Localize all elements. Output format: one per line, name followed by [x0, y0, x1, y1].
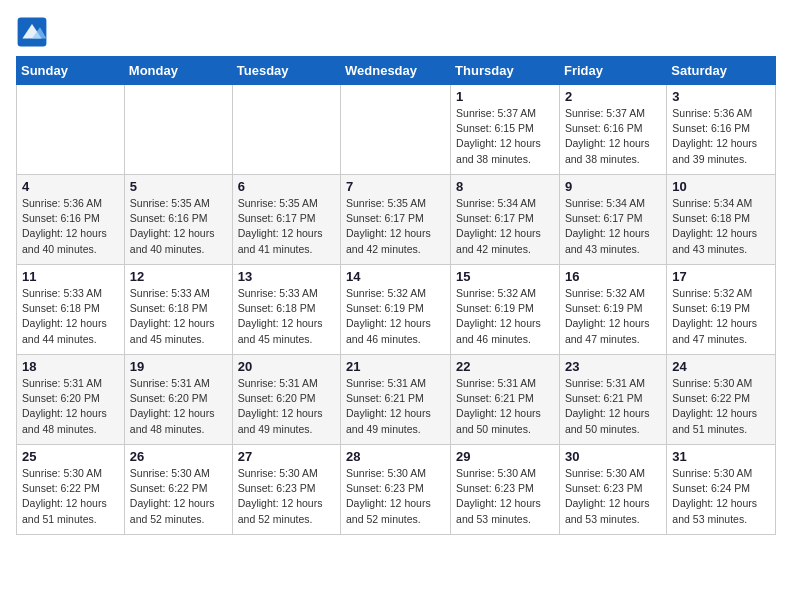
day-cell	[124, 85, 232, 175]
day-number: 25	[22, 449, 119, 464]
day-info: Sunrise: 5:35 AM Sunset: 6:17 PM Dayligh…	[346, 196, 445, 257]
day-cell: 4Sunrise: 5:36 AM Sunset: 6:16 PM Daylig…	[17, 175, 125, 265]
calendar-header: SundayMondayTuesdayWednesdayThursdayFrid…	[17, 57, 776, 85]
day-number: 28	[346, 449, 445, 464]
week-row-3: 11Sunrise: 5:33 AM Sunset: 6:18 PM Dayli…	[17, 265, 776, 355]
day-cell: 27Sunrise: 5:30 AM Sunset: 6:23 PM Dayli…	[232, 445, 340, 535]
day-info: Sunrise: 5:30 AM Sunset: 6:22 PM Dayligh…	[22, 466, 119, 527]
day-info: Sunrise: 5:32 AM Sunset: 6:19 PM Dayligh…	[346, 286, 445, 347]
day-number: 4	[22, 179, 119, 194]
day-number: 5	[130, 179, 227, 194]
day-number: 18	[22, 359, 119, 374]
week-row-4: 18Sunrise: 5:31 AM Sunset: 6:20 PM Dayli…	[17, 355, 776, 445]
header-cell-saturday: Saturday	[667, 57, 776, 85]
week-row-2: 4Sunrise: 5:36 AM Sunset: 6:16 PM Daylig…	[17, 175, 776, 265]
day-cell: 1Sunrise: 5:37 AM Sunset: 6:15 PM Daylig…	[451, 85, 560, 175]
day-info: Sunrise: 5:33 AM Sunset: 6:18 PM Dayligh…	[130, 286, 227, 347]
day-cell: 8Sunrise: 5:34 AM Sunset: 6:17 PM Daylig…	[451, 175, 560, 265]
day-number: 10	[672, 179, 770, 194]
day-cell: 28Sunrise: 5:30 AM Sunset: 6:23 PM Dayli…	[341, 445, 451, 535]
day-cell: 3Sunrise: 5:36 AM Sunset: 6:16 PM Daylig…	[667, 85, 776, 175]
day-cell	[17, 85, 125, 175]
day-number: 26	[130, 449, 227, 464]
day-cell: 15Sunrise: 5:32 AM Sunset: 6:19 PM Dayli…	[451, 265, 560, 355]
day-cell: 18Sunrise: 5:31 AM Sunset: 6:20 PM Dayli…	[17, 355, 125, 445]
day-info: Sunrise: 5:31 AM Sunset: 6:20 PM Dayligh…	[22, 376, 119, 437]
day-info: Sunrise: 5:34 AM Sunset: 6:18 PM Dayligh…	[672, 196, 770, 257]
day-info: Sunrise: 5:30 AM Sunset: 6:23 PM Dayligh…	[346, 466, 445, 527]
day-info: Sunrise: 5:31 AM Sunset: 6:20 PM Dayligh…	[238, 376, 335, 437]
day-info: Sunrise: 5:37 AM Sunset: 6:15 PM Dayligh…	[456, 106, 554, 167]
day-number: 17	[672, 269, 770, 284]
day-number: 3	[672, 89, 770, 104]
day-number: 29	[456, 449, 554, 464]
day-info: Sunrise: 5:34 AM Sunset: 6:17 PM Dayligh…	[565, 196, 661, 257]
day-cell: 11Sunrise: 5:33 AM Sunset: 6:18 PM Dayli…	[17, 265, 125, 355]
day-cell: 5Sunrise: 5:35 AM Sunset: 6:16 PM Daylig…	[124, 175, 232, 265]
header-cell-thursday: Thursday	[451, 57, 560, 85]
logo-icon	[16, 16, 48, 48]
day-number: 20	[238, 359, 335, 374]
day-cell: 14Sunrise: 5:32 AM Sunset: 6:19 PM Dayli…	[341, 265, 451, 355]
day-cell: 12Sunrise: 5:33 AM Sunset: 6:18 PM Dayli…	[124, 265, 232, 355]
day-number: 11	[22, 269, 119, 284]
day-cell	[232, 85, 340, 175]
day-info: Sunrise: 5:36 AM Sunset: 6:16 PM Dayligh…	[22, 196, 119, 257]
day-number: 30	[565, 449, 661, 464]
day-info: Sunrise: 5:32 AM Sunset: 6:19 PM Dayligh…	[565, 286, 661, 347]
day-number: 23	[565, 359, 661, 374]
day-cell: 21Sunrise: 5:31 AM Sunset: 6:21 PM Dayli…	[341, 355, 451, 445]
day-number: 7	[346, 179, 445, 194]
day-number: 24	[672, 359, 770, 374]
day-info: Sunrise: 5:33 AM Sunset: 6:18 PM Dayligh…	[22, 286, 119, 347]
day-info: Sunrise: 5:36 AM Sunset: 6:16 PM Dayligh…	[672, 106, 770, 167]
day-cell: 6Sunrise: 5:35 AM Sunset: 6:17 PM Daylig…	[232, 175, 340, 265]
day-cell: 7Sunrise: 5:35 AM Sunset: 6:17 PM Daylig…	[341, 175, 451, 265]
day-cell: 9Sunrise: 5:34 AM Sunset: 6:17 PM Daylig…	[559, 175, 666, 265]
day-info: Sunrise: 5:35 AM Sunset: 6:17 PM Dayligh…	[238, 196, 335, 257]
calendar-body: 1Sunrise: 5:37 AM Sunset: 6:15 PM Daylig…	[17, 85, 776, 535]
day-number: 8	[456, 179, 554, 194]
day-cell: 26Sunrise: 5:30 AM Sunset: 6:22 PM Dayli…	[124, 445, 232, 535]
day-info: Sunrise: 5:30 AM Sunset: 6:22 PM Dayligh…	[672, 376, 770, 437]
day-info: Sunrise: 5:34 AM Sunset: 6:17 PM Dayligh…	[456, 196, 554, 257]
header-cell-sunday: Sunday	[17, 57, 125, 85]
week-row-5: 25Sunrise: 5:30 AM Sunset: 6:22 PM Dayli…	[17, 445, 776, 535]
day-number: 1	[456, 89, 554, 104]
day-number: 21	[346, 359, 445, 374]
day-cell: 24Sunrise: 5:30 AM Sunset: 6:22 PM Dayli…	[667, 355, 776, 445]
day-cell: 23Sunrise: 5:31 AM Sunset: 6:21 PM Dayli…	[559, 355, 666, 445]
day-number: 13	[238, 269, 335, 284]
page-header	[16, 16, 776, 48]
day-cell: 31Sunrise: 5:30 AM Sunset: 6:24 PM Dayli…	[667, 445, 776, 535]
day-cell: 22Sunrise: 5:31 AM Sunset: 6:21 PM Dayli…	[451, 355, 560, 445]
header-row: SundayMondayTuesdayWednesdayThursdayFrid…	[17, 57, 776, 85]
day-cell: 19Sunrise: 5:31 AM Sunset: 6:20 PM Dayli…	[124, 355, 232, 445]
day-number: 2	[565, 89, 661, 104]
day-cell: 2Sunrise: 5:37 AM Sunset: 6:16 PM Daylig…	[559, 85, 666, 175]
day-number: 14	[346, 269, 445, 284]
day-info: Sunrise: 5:33 AM Sunset: 6:18 PM Dayligh…	[238, 286, 335, 347]
day-info: Sunrise: 5:31 AM Sunset: 6:21 PM Dayligh…	[565, 376, 661, 437]
day-info: Sunrise: 5:31 AM Sunset: 6:20 PM Dayligh…	[130, 376, 227, 437]
day-info: Sunrise: 5:35 AM Sunset: 6:16 PM Dayligh…	[130, 196, 227, 257]
day-number: 9	[565, 179, 661, 194]
calendar-table: SundayMondayTuesdayWednesdayThursdayFrid…	[16, 56, 776, 535]
header-cell-monday: Monday	[124, 57, 232, 85]
day-number: 22	[456, 359, 554, 374]
day-cell: 17Sunrise: 5:32 AM Sunset: 6:19 PM Dayli…	[667, 265, 776, 355]
day-number: 16	[565, 269, 661, 284]
day-number: 19	[130, 359, 227, 374]
day-number: 27	[238, 449, 335, 464]
day-number: 31	[672, 449, 770, 464]
day-info: Sunrise: 5:31 AM Sunset: 6:21 PM Dayligh…	[456, 376, 554, 437]
day-info: Sunrise: 5:30 AM Sunset: 6:23 PM Dayligh…	[565, 466, 661, 527]
day-info: Sunrise: 5:30 AM Sunset: 6:22 PM Dayligh…	[130, 466, 227, 527]
header-cell-friday: Friday	[559, 57, 666, 85]
day-info: Sunrise: 5:30 AM Sunset: 6:23 PM Dayligh…	[456, 466, 554, 527]
day-number: 12	[130, 269, 227, 284]
day-info: Sunrise: 5:37 AM Sunset: 6:16 PM Dayligh…	[565, 106, 661, 167]
day-cell: 30Sunrise: 5:30 AM Sunset: 6:23 PM Dayli…	[559, 445, 666, 535]
day-cell: 25Sunrise: 5:30 AM Sunset: 6:22 PM Dayli…	[17, 445, 125, 535]
day-info: Sunrise: 5:31 AM Sunset: 6:21 PM Dayligh…	[346, 376, 445, 437]
